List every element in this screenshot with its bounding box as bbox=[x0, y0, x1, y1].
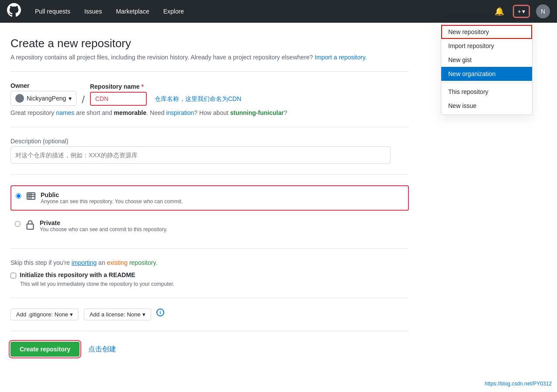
plus-dropdown: New repository Import repository New gis… bbox=[441, 23, 533, 115]
nav-issues[interactable]: Issues bbox=[81, 6, 105, 17]
github-logo-icon bbox=[7, 3, 21, 20]
import-link[interactable]: Import a repository. bbox=[315, 54, 367, 61]
nav-marketplace[interactable]: Marketplace bbox=[112, 6, 152, 17]
header: Pull requests Issues Marketplace Explore… bbox=[0, 0, 557, 23]
private-label: Private bbox=[40, 219, 167, 226]
dropdown-section-1: New repository Import repository New gis… bbox=[441, 23, 532, 83]
slash-divider: / bbox=[80, 94, 86, 106]
dropdown-new-repository[interactable]: New repository bbox=[441, 25, 532, 39]
repo-name-hint: 仓库名称，这里我们命名为CDN bbox=[150, 93, 246, 106]
inspiration-link[interactable]: inspiration bbox=[166, 109, 194, 116]
chevron-down-icon: ▾ bbox=[522, 8, 525, 15]
divider-5 bbox=[10, 298, 409, 298]
suggestion-name: stunning-funicular bbox=[230, 109, 284, 116]
public-repo-icon bbox=[26, 191, 36, 205]
repo-name-group: Repository name * bbox=[90, 83, 147, 106]
dropdown-this-repository[interactable]: This repository bbox=[441, 85, 532, 99]
public-option: Public Anyone can see this repository. Y… bbox=[10, 185, 409, 211]
license-value: None bbox=[127, 311, 141, 318]
init-checkbox-label: Initialize this repository with a README bbox=[20, 271, 135, 278]
owner-chevron-icon: ▾ bbox=[69, 95, 72, 102]
main-content: Create a new repository A repository con… bbox=[0, 23, 419, 388]
importing-link[interactable]: importing bbox=[72, 259, 97, 266]
divider-4 bbox=[10, 248, 409, 249]
create-repository-button[interactable]: Create repository bbox=[10, 342, 80, 357]
init-section: Skip this step if you're importing an ex… bbox=[10, 259, 409, 287]
dropdown-new-issue[interactable]: New issue bbox=[441, 99, 532, 113]
footer-url[interactable]: https://blog.csdn.net/PY0312 bbox=[485, 381, 552, 387]
public-label: Public bbox=[41, 191, 183, 198]
repo-name-input[interactable] bbox=[90, 92, 147, 106]
license-select[interactable]: Add a license: None ▾ bbox=[84, 309, 151, 320]
suggestion-text: Great repository names are short and mem… bbox=[10, 109, 409, 116]
public-content: Public Anyone can see this repository. Y… bbox=[41, 191, 183, 205]
page-subtitle: A repository contains all project files,… bbox=[10, 54, 409, 61]
plus-icon: + bbox=[518, 8, 521, 15]
new-menu-button[interactable]: + ▾ bbox=[514, 6, 529, 17]
names-link[interactable]: names bbox=[56, 109, 74, 116]
license-label: Add a license: bbox=[90, 311, 125, 318]
svg-rect-5 bbox=[27, 224, 34, 229]
dropdown-new-gist[interactable]: New gist bbox=[441, 53, 532, 67]
divider-1 bbox=[10, 71, 409, 72]
dropdown-section-2: This repository New issue bbox=[441, 83, 532, 114]
create-hint: 点击创建 bbox=[88, 345, 116, 354]
bell-icon: 🔔 bbox=[495, 7, 504, 16]
owner-avatar-icon bbox=[15, 94, 24, 103]
info-icon[interactable]: i bbox=[156, 309, 164, 316]
gitignore-value: None bbox=[55, 311, 68, 318]
visibility-section: Public Anyone can see this repository. Y… bbox=[10, 185, 409, 238]
owner-name: NickyangPeng bbox=[27, 95, 66, 102]
owner-repo-row: Owner NickyangPeng ▾ / Repository name *… bbox=[10, 82, 409, 106]
owner-label: Owner bbox=[10, 82, 76, 89]
init-checkbox-sublabel: This will let you immediately clone the … bbox=[20, 281, 409, 287]
divider-2 bbox=[10, 127, 409, 127]
gitignore-chevron-icon: ▾ bbox=[70, 311, 73, 318]
bottom-actions: Create repository 点击创建 bbox=[10, 342, 409, 374]
dropdown-new-organization[interactable]: New organization bbox=[441, 67, 532, 81]
nav-explore[interactable]: Explore bbox=[160, 6, 187, 17]
init-checkbox-row: Initialize this repository with a README bbox=[10, 271, 409, 278]
public-desc: Anyone can see this repository. You choo… bbox=[41, 198, 183, 205]
public-radio[interactable] bbox=[16, 193, 21, 199]
private-desc: You choose who can see and commit to thi… bbox=[40, 226, 167, 232]
license-chevron-icon: ▾ bbox=[142, 311, 145, 318]
owner-group: Owner NickyangPeng ▾ bbox=[10, 82, 76, 106]
avatar[interactable]: N bbox=[536, 4, 550, 18]
repo-name-label: Repository name * bbox=[90, 83, 147, 90]
gitignore-label: Add .gitignore: bbox=[16, 311, 53, 318]
desc-label: Description (optional) bbox=[10, 138, 409, 145]
gitignore-select[interactable]: Add .gitignore: None ▾ bbox=[10, 309, 79, 320]
required-star: * bbox=[141, 83, 143, 90]
init-skip-text: Skip this step if you're importing an ex… bbox=[10, 259, 409, 266]
description-group: Description (optional) bbox=[10, 138, 409, 164]
private-option: Private You choose who can see and commi… bbox=[10, 214, 409, 238]
divider-3 bbox=[10, 174, 409, 175]
existing-text: existing bbox=[107, 259, 128, 266]
dropdowns-row: Add .gitignore: None ▾ Add a license: No… bbox=[10, 309, 409, 320]
repository-text: repository bbox=[129, 259, 156, 266]
desc-input[interactable] bbox=[10, 146, 391, 164]
owner-select[interactable]: NickyangPeng ▾ bbox=[10, 91, 76, 106]
divider-6 bbox=[10, 331, 409, 331]
lock-icon bbox=[25, 219, 35, 232]
notifications-button[interactable]: 🔔 bbox=[492, 5, 507, 18]
init-checkbox[interactable] bbox=[10, 273, 16, 278]
private-content: Private You choose who can see and commi… bbox=[40, 219, 167, 232]
footer-note: https://blog.csdn.net/PY0312 bbox=[485, 381, 552, 387]
page-title: Create a new repository bbox=[10, 37, 409, 50]
nav-pull-requests[interactable]: Pull requests bbox=[31, 6, 74, 17]
dropdown-import-repository[interactable]: Import repository bbox=[441, 39, 532, 53]
private-radio[interactable] bbox=[15, 221, 21, 227]
